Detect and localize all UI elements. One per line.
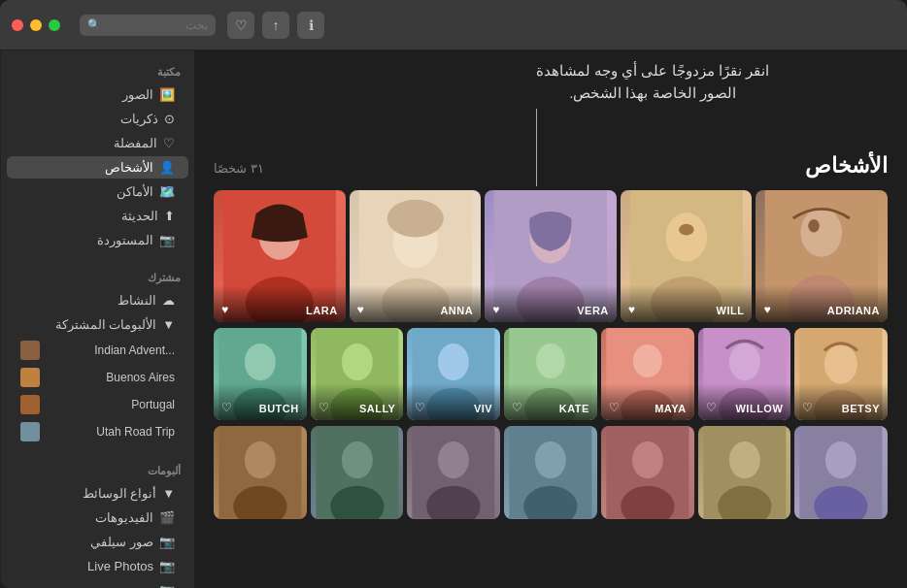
person-card-will[interactable]: WILL ♥ — [621, 190, 753, 322]
search-icon: 🔍 — [87, 18, 101, 31]
tooltip-line1: انقر نقرًا مزدوجًا على أي وجه لمشاهدة — [408, 60, 897, 82]
person-photo-p19 — [214, 426, 307, 519]
person-name-lara: LARA — [306, 305, 338, 316]
sidebar-album-utah[interactable]: Utah Road Trip — [7, 419, 188, 444]
album-utah-thumb — [20, 422, 40, 441]
album-portugal-thumb — [20, 395, 40, 414]
close-button[interactable] — [12, 19, 23, 31]
sidebar-item-favorites[interactable]: ♡ المفضلة — [7, 132, 188, 154]
share-toolbar-icon[interactable]: ↑ — [262, 12, 289, 39]
heart-icon-kate[interactable]: ♡ — [512, 401, 522, 414]
person-card-p19[interactable] — [214, 426, 307, 519]
heart-icon-lara[interactable]: ♥ — [221, 303, 228, 316]
person-card-p16[interactable] — [504, 426, 597, 519]
person-name-bar-kate: Kate ♡ — [504, 383, 597, 420]
person-card-sally[interactable]: Sally ♡ — [311, 328, 404, 421]
sidebar-item-portraits[interactable]: 📷 بورتريه — [7, 579, 188, 588]
heart-icon-vera[interactable]: ♥ — [492, 303, 499, 316]
places-label: الأماكن — [117, 184, 153, 199]
live-photos-icon: 📷 — [159, 559, 175, 573]
sidebar-item-videos[interactable]: 🎬 الفيديوهات — [7, 506, 188, 529]
person-photo-p17 — [407, 426, 500, 519]
heart-icon-sally[interactable]: ♡ — [319, 401, 329, 414]
activity-label: النشاط — [118, 293, 156, 308]
svg-point-22 — [728, 343, 759, 380]
person-name-bar-lara: LARA ♥ — [214, 285, 346, 322]
heart-icon-butch[interactable]: ♡ — [221, 401, 232, 414]
person-card-p18[interactable] — [311, 426, 404, 519]
traffic-lights — [12, 19, 60, 31]
person-name-maya: Maya — [655, 403, 686, 414]
people-icon: 👤 — [159, 160, 175, 175]
heart-icon-will[interactable]: ♥ — [628, 303, 635, 316]
heart-toolbar-icon[interactable]: ♡ — [227, 12, 254, 39]
sidebar-album-indian[interactable]: ...Indian Advent — [7, 338, 188, 363]
favorites-label: المفضلة — [114, 136, 157, 150]
heart-icon-maya[interactable]: ♡ — [609, 401, 620, 414]
sidebar-item-people[interactable]: 👤 الأشخاص — [7, 156, 188, 179]
person-card-butch[interactable]: Butch ♡ — [214, 328, 307, 421]
person-photo-p15 — [601, 426, 694, 519]
svg-point-31 — [438, 343, 469, 380]
section-title: الأشخاص — [805, 153, 888, 179]
imports-icon: 📷 — [159, 233, 175, 247]
person-card-adriana[interactable]: ADRIANA ♥ — [756, 190, 888, 322]
media-types-label: أنواع الوسائط — [83, 486, 157, 501]
sidebar-item-media-types[interactable]: ▼ أنواع الوسائط — [7, 482, 188, 505]
live-photos-label: Live Photos — [87, 559, 153, 573]
heart-icon-anna[interactable]: ♥ — [357, 303, 364, 316]
person-card-anna[interactable]: ANNA ♥ — [350, 190, 482, 322]
sidebar-item-live-photos[interactable]: 📷 Live Photos — [7, 555, 188, 577]
sidebar-item-memories[interactable]: ⊙ ذكريات — [7, 108, 188, 130]
svg-point-19 — [824, 344, 857, 383]
heart-icon-viv[interactable]: ♡ — [415, 401, 425, 414]
person-card-p17[interactable] — [407, 426, 500, 519]
sidebar-album-buenos[interactable]: Buenos Aires — [7, 365, 188, 390]
person-name-kate: Kate — [559, 403, 589, 414]
heart-icon-willow[interactable]: ♡ — [706, 401, 717, 414]
person-name-viv: Viv — [474, 403, 492, 414]
sidebar-album-portugal[interactable]: Portugal — [7, 392, 188, 417]
person-name-bar-sally: Sally ♡ — [311, 383, 404, 420]
person-card-willow[interactable]: Willow ♡ — [698, 328, 791, 421]
maximize-button[interactable] — [49, 19, 60, 31]
person-card-viv[interactable]: Viv ♡ — [407, 328, 500, 421]
people-label: الأشخاص — [105, 160, 153, 175]
section-header: الأشخاص ٣١ شخصًا — [214, 153, 888, 179]
favorites-icon: ♡ — [163, 136, 175, 150]
svg-point-3 — [809, 219, 821, 233]
person-card-p13[interactable] — [794, 426, 888, 519]
sidebar-item-selfies[interactable]: 📷 صور سيلفي — [7, 531, 188, 553]
shared-section-title: مشترك — [1, 264, 194, 288]
minimize-button[interactable] — [30, 19, 42, 31]
recent-icon: ⬆ — [164, 209, 175, 223]
sidebar-item-activity[interactable]: ☁ النشاط — [7, 289, 188, 311]
svg-point-25 — [633, 344, 662, 377]
portraits-label: بورتريه — [116, 583, 153, 588]
person-card-betsy[interactable]: Betsy ♡ — [794, 328, 888, 421]
heart-icon-adriana[interactable]: ♥ — [763, 303, 770, 316]
person-card-p14[interactable] — [698, 426, 791, 519]
search-bar[interactable]: 🔍 — [80, 15, 216, 36]
memories-icon: ⊙ — [164, 112, 175, 126]
person-card-maya[interactable]: Maya ♡ — [601, 328, 694, 421]
person-name-bar-adriana: ADRIANA ♥ — [756, 285, 888, 322]
person-photo-p18 — [311, 426, 404, 519]
sidebar-item-shared-albums[interactable]: ▼ الألبومات المشتركة — [7, 313, 188, 336]
sidebar-item-imports[interactable]: 📷 المستوردة — [7, 229, 188, 251]
person-name-willow: Willow — [735, 403, 783, 414]
person-card-kate[interactable]: Kate ♡ — [504, 328, 597, 421]
person-card-vera[interactable]: VERA ♥ — [485, 190, 617, 322]
sidebar-item-recent[interactable]: ⬆ الحديثة — [7, 205, 188, 227]
person-card-p15[interactable] — [601, 426, 694, 519]
search-input[interactable] — [105, 18, 208, 32]
person-photo-p13 — [794, 426, 888, 519]
videos-icon: 🎬 — [159, 510, 175, 525]
person-name-bar-will: WILL ♥ — [621, 285, 753, 322]
sidebar-item-photos[interactable]: 🖼️ الصور — [7, 83, 188, 106]
person-card-lara[interactable]: LARA ♥ — [214, 190, 346, 322]
heart-icon-betsy[interactable]: ♡ — [802, 401, 813, 414]
sidebar-item-places[interactable]: 🗺️ الأماكن — [7, 180, 188, 203]
main-area: انقر نقرًا مزدوجًا على أي وجه لمشاهدة ال… — [194, 50, 907, 588]
info-toolbar-icon[interactable]: ℹ — [297, 12, 324, 39]
